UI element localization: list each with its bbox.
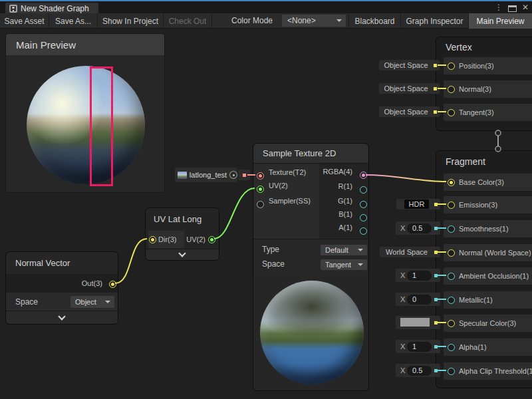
- main-preview-header[interactable]: Main Preview: [6, 34, 164, 55]
- blackboard-button[interactable]: Blackboard: [348, 13, 400, 29]
- basecolor-input-port[interactable]: [448, 179, 455, 186]
- fragment-row-basecolor: Base Color(3): [444, 174, 532, 191]
- float-input[interactable]: 0.5: [407, 366, 432, 376]
- ao-input-port[interactable]: [448, 273, 455, 280]
- hdr-badge[interactable]: HDR: [404, 200, 429, 209]
- vertex-node[interactable]: Vertex Position(3) Normal(3) Tangent(3): [436, 37, 532, 131]
- port-label: Specular Color(3): [459, 315, 516, 332]
- space-value: Object Space: [384, 108, 428, 116]
- check-out-button: Check Out: [164, 13, 212, 29]
- uv-input-port[interactable]: [257, 186, 264, 193]
- tangent-space-dropdown[interactable]: Object Space: [379, 106, 440, 117]
- node-controls-panel: Type Default Space Tangent: [253, 239, 368, 275]
- fragment-node[interactable]: Fragment Base Color(3) Emission(3) Smoot…: [436, 150, 532, 388]
- dropdown-arrow-icon: [358, 263, 363, 266]
- color-mode-dropdown[interactable]: <None>: [282, 15, 346, 27]
- tab-title: New Shader Graph: [21, 4, 89, 13]
- vec1-indicator-icon: [434, 345, 438, 348]
- collapse-preview-button[interactable]: [6, 311, 118, 324]
- dir-input-port[interactable]: [149, 236, 156, 243]
- normal-space-dropdown[interactable]: Object Space: [379, 83, 440, 94]
- normal-vector-node[interactable]: Normal Vector Out(3) Space Object: [5, 251, 118, 325]
- space-dropdown[interactable]: Tangent: [321, 259, 367, 270]
- normalws-input-port[interactable]: [448, 249, 455, 257]
- alpha-input-port[interactable]: [448, 344, 455, 351]
- metallic-value-field[interactable]: X 0: [396, 293, 440, 306]
- tangent-input-port[interactable]: [448, 109, 455, 116]
- port-label: Out(3): [82, 275, 102, 292]
- sampler-input-port[interactable]: [257, 201, 264, 208]
- smoothness-input-port[interactable]: [448, 225, 455, 233]
- x-prefix: X: [400, 271, 405, 279]
- position-input-port[interactable]: [448, 63, 455, 70]
- type-value: Default: [325, 246, 348, 254]
- position-space-dropdown[interactable]: Object Space: [379, 60, 440, 70]
- output-row: Out(3): [6, 274, 118, 293]
- port-label: Base Color(3): [459, 174, 504, 191]
- title-bar: New Shader Graph ⋮ ✕: [0, 0, 532, 13]
- shader-graph-icon: [9, 5, 17, 13]
- metallic-input-port[interactable]: [448, 297, 455, 304]
- alphaclip-value-field[interactable]: X 0.5: [396, 364, 440, 377]
- port-label: Position(3): [459, 57, 494, 74]
- r-output-port[interactable]: [360, 186, 367, 194]
- texture-name: latlong_test: [190, 171, 227, 179]
- port-label: Dir(3): [158, 231, 177, 248]
- save-asset-button[interactable]: Save Asset: [0, 13, 49, 29]
- float-input[interactable]: 0.5: [407, 223, 432, 233]
- ao-value-field[interactable]: X 1: [396, 269, 440, 282]
- specular-input-port[interactable]: [448, 320, 455, 327]
- graph-inspector-button[interactable]: Graph Inspector: [400, 13, 468, 29]
- chevron-down-icon: [178, 249, 186, 257]
- float-input[interactable]: 0: [407, 295, 432, 305]
- g-output-port[interactable]: [360, 201, 367, 208]
- save-as-button[interactable]: Save As...: [49, 13, 98, 29]
- wire-out-to-dir[interactable]: [115, 239, 147, 283]
- vertex-row-tangent: Tangent(3): [444, 104, 532, 121]
- port-label: Alpha Clip Threshold(1): [459, 362, 532, 380]
- rgba-output-port[interactable]: [360, 172, 367, 179]
- selection-rectangle[interactable]: [90, 66, 113, 186]
- object-picker-icon[interactable]: [229, 171, 237, 179]
- toolbar: Save Asset Save As... Show In Project Ch…: [0, 13, 532, 29]
- uv-lat-long-node[interactable]: UV Lat Long Dir(3) UV(2): [145, 207, 219, 261]
- b-output-port[interactable]: [360, 214, 367, 221]
- color-swatch[interactable]: [400, 318, 430, 327]
- smoothness-value-field[interactable]: X 0.5: [396, 221, 440, 235]
- collapse-preview-button[interactable]: [146, 249, 219, 260]
- uv-output-port[interactable]: [208, 236, 215, 243]
- main-preview-button[interactable]: Main Preview: [468, 13, 532, 29]
- vec3-indicator-icon: [434, 251, 438, 254]
- float-input[interactable]: 1: [407, 342, 432, 352]
- fragment-row-specular: Specular Color(3): [444, 315, 532, 332]
- a-output-port[interactable]: [360, 227, 367, 235]
- emission-input-port[interactable]: [448, 201, 455, 209]
- normalws-space-dropdown[interactable]: World Space: [380, 247, 440, 257]
- type-dropdown[interactable]: Default: [321, 245, 367, 255]
- space-value: World Space: [386, 248, 428, 256]
- specular-color-field[interactable]: [396, 316, 440, 329]
- texture-indicator-box: [238, 170, 250, 180]
- maximize-icon[interactable]: [508, 5, 517, 12]
- close-icon[interactable]: ✕: [520, 1, 531, 13]
- emission-hdr-field[interactable]: HDR: [396, 199, 440, 209]
- kebab-menu-icon[interactable]: ⋮: [493, 1, 504, 13]
- show-in-project-button[interactable]: Show In Project: [98, 13, 164, 29]
- x-prefix: X: [400, 224, 405, 232]
- out-output-port[interactable]: [109, 281, 116, 288]
- latlong-test-node[interactable]: latlong_test: [175, 168, 237, 182]
- main-preview-title: Main Preview: [16, 39, 76, 51]
- main-preview-panel[interactable]: Main Preview: [5, 33, 165, 193]
- wire-rgba-to-basecolor[interactable]: [366, 175, 446, 182]
- space-dropdown[interactable]: Object: [70, 296, 114, 308]
- wire-uvout-to-uvin[interactable]: [214, 188, 255, 239]
- alphaclip-input-port[interactable]: [448, 368, 455, 375]
- fragment-row-metallic: Metallic(1): [444, 291, 532, 309]
- normal-input-port[interactable]: [448, 86, 455, 93]
- sample-texture-2d-node[interactable]: Sample Texture 2D Texture(T2) UV(2) Samp…: [253, 143, 369, 391]
- texture-input-port[interactable]: [257, 172, 264, 180]
- float-input[interactable]: 1: [407, 271, 432, 281]
- alpha-value-field[interactable]: X 1: [396, 340, 440, 353]
- port-label: Sampler(SS): [269, 196, 311, 206]
- port-label: Metallic(1): [459, 291, 493, 309]
